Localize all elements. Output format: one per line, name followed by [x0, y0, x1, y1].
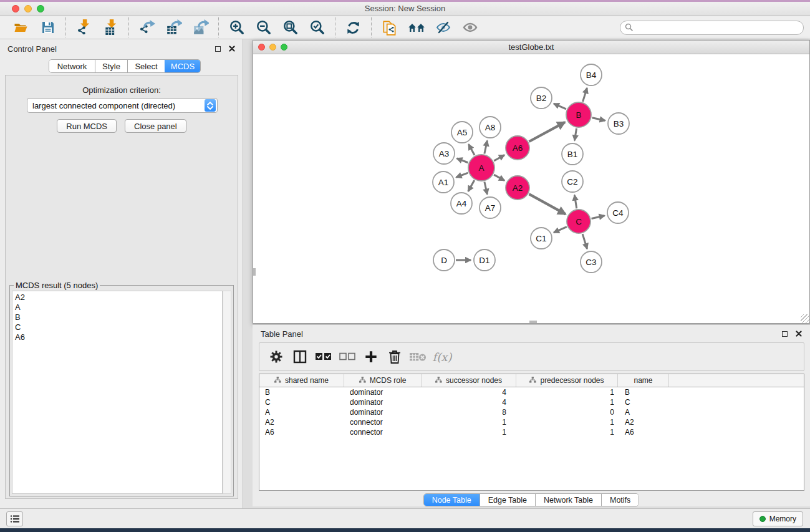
- table-float-panel-icon[interactable]: [782, 331, 788, 337]
- cell-predecessor-nodes[interactable]: 1: [516, 388, 618, 397]
- edge-B-B1[interactable]: [574, 128, 576, 141]
- import-table-icon[interactable]: [97, 17, 124, 38]
- memory-button[interactable]: Memory: [753, 511, 803, 526]
- deselect-all-icon[interactable]: [335, 346, 359, 368]
- task-history-button[interactable]: [6, 511, 23, 526]
- edge-B-B3[interactable]: [592, 118, 605, 121]
- cell-shared-name[interactable]: A2: [259, 418, 344, 427]
- refresh-icon[interactable]: [340, 17, 367, 38]
- gear-icon[interactable]: [264, 346, 288, 368]
- cell-predecessor-nodes[interactable]: 1: [516, 398, 618, 407]
- tab-network[interactable]: Network: [49, 60, 95, 72]
- search-input[interactable]: [636, 22, 792, 33]
- edge-A-A2[interactable]: [494, 175, 504, 180]
- tab-mcds[interactable]: MCDS: [165, 60, 200, 72]
- cell-MCDS-role[interactable]: dominator: [344, 388, 422, 397]
- zoom-in-icon[interactable]: [223, 17, 250, 38]
- cell-successor-nodes[interactable]: 8: [422, 408, 516, 417]
- tab-edge-table[interactable]: Edge Table: [480, 494, 535, 506]
- column-header-successor-nodes[interactable]: successor nodes: [422, 374, 516, 387]
- network-document-icon[interactable]: [376, 17, 403, 38]
- delete-table-icon[interactable]: [407, 346, 430, 368]
- cell-successor-nodes[interactable]: 4: [422, 398, 516, 407]
- edge-B-B2[interactable]: [554, 104, 566, 109]
- edge-C-C2[interactable]: [574, 195, 576, 209]
- edge-A-A6[interactable]: [494, 155, 504, 161]
- table-row-A[interactable]: Adominator80A: [259, 407, 804, 417]
- show-graphics-icon[interactable]: [456, 17, 483, 38]
- select-all-icon[interactable]: [312, 346, 335, 368]
- edge-A2-C[interactable]: [529, 194, 566, 214]
- mcds-result-item[interactable]: A2: [15, 293, 219, 302]
- cell-name[interactable]: A6: [618, 428, 669, 437]
- table-close-panel-icon[interactable]: [796, 331, 802, 337]
- column-header-MCDS-role[interactable]: MCDS role: [344, 374, 422, 387]
- save-session-icon[interactable]: [34, 17, 61, 38]
- import-network-icon[interactable]: [70, 17, 97, 38]
- export-image-icon[interactable]: [187, 17, 214, 38]
- edge-A-A5[interactable]: [469, 144, 475, 155]
- cell-successor-nodes[interactable]: 4: [422, 388, 516, 397]
- table-row-B[interactable]: Bdominator41B: [259, 387, 804, 397]
- add-icon[interactable]: [359, 346, 383, 368]
- vertical-scroll-indicator[interactable]: [253, 268, 256, 276]
- horizontal-scroll-indicator[interactable]: [529, 321, 537, 323]
- cell-predecessor-nodes[interactable]: 0: [516, 408, 618, 417]
- float-panel-icon[interactable]: [215, 46, 221, 52]
- table-row-A2[interactable]: A2connector11A2: [259, 417, 804, 427]
- cell-predecessor-nodes[interactable]: 1: [516, 428, 618, 437]
- mcds-result-item[interactable]: A: [15, 302, 219, 312]
- cell-shared-name[interactable]: A: [259, 408, 344, 417]
- search-field[interactable]: [620, 21, 804, 35]
- export-table-icon[interactable]: [160, 17, 187, 38]
- mcds-result-item[interactable]: A6: [15, 332, 219, 342]
- window-resize-grip[interactable]: [801, 314, 809, 323]
- column-header-predecessor-nodes[interactable]: predecessor nodes: [516, 374, 618, 387]
- cell-shared-name[interactable]: B: [259, 388, 344, 397]
- cell-name[interactable]: A: [618, 408, 669, 417]
- result-list-scrollbar[interactable]: [223, 291, 231, 494]
- column-header-name[interactable]: name: [618, 374, 669, 387]
- tab-node-table[interactable]: Node Table: [424, 494, 480, 506]
- cell-name[interactable]: C: [618, 398, 669, 407]
- hide-graphics-icon[interactable]: [430, 17, 456, 38]
- edge-C-C1[interactable]: [554, 227, 567, 233]
- edge-A-A1[interactable]: [456, 173, 468, 177]
- table-row-C[interactable]: Cdominator41C: [259, 397, 804, 407]
- run-mcds-button[interactable]: Run MCDS: [57, 119, 117, 133]
- function-icon[interactable]: f(x): [430, 346, 454, 368]
- edge-A-A7[interactable]: [485, 181, 487, 194]
- split-columns-icon[interactable]: [288, 346, 312, 368]
- homes-icon[interactable]: [403, 17, 430, 38]
- tab-style[interactable]: Style: [95, 60, 127, 72]
- tab-network-table[interactable]: Network Table: [535, 494, 601, 506]
- zoom-fit-icon[interactable]: [277, 17, 304, 38]
- cell-shared-name[interactable]: C: [259, 398, 344, 407]
- open-session-icon[interactable]: [7, 17, 34, 38]
- edge-B-B4[interactable]: [583, 88, 587, 102]
- network-canvas[interactable]: AA1A2A3A4A5A6A7A8BB1B2B3B4CC1C2C3C4DD1: [253, 54, 809, 323]
- edge-C-C3[interactable]: [582, 234, 587, 249]
- criterion-dropdown[interactable]: largest connected component (directed): [27, 98, 218, 113]
- export-network-icon[interactable]: [133, 17, 160, 38]
- tab-motifs[interactable]: Motifs: [601, 494, 639, 506]
- close-panel-icon[interactable]: [229, 46, 235, 52]
- cell-MCDS-role[interactable]: dominator: [344, 398, 422, 407]
- trash-icon[interactable]: [383, 346, 407, 368]
- zoom-out-icon[interactable]: [250, 17, 277, 38]
- edge-C-C4[interactable]: [591, 216, 604, 219]
- close-panel-button[interactable]: Close panel: [125, 119, 186, 133]
- edge-A-A4[interactable]: [468, 180, 475, 191]
- column-header-shared-name[interactable]: shared name: [259, 374, 344, 387]
- mcds-result-item[interactable]: C: [15, 322, 219, 332]
- edge-A-A8[interactable]: [485, 141, 488, 154]
- cell-name[interactable]: A2: [618, 418, 669, 427]
- cell-successor-nodes[interactable]: 1: [422, 428, 516, 437]
- cell-MCDS-role[interactable]: dominator: [344, 408, 422, 417]
- edge-A-A3[interactable]: [457, 158, 468, 163]
- zoom-selected-icon[interactable]: [304, 17, 330, 38]
- table-row-A6[interactable]: A6connector11A6: [259, 427, 804, 437]
- cell-successor-nodes[interactable]: 1: [422, 418, 516, 427]
- edge-A6-B[interactable]: [529, 122, 565, 142]
- mcds-result-item[interactable]: B: [15, 312, 219, 322]
